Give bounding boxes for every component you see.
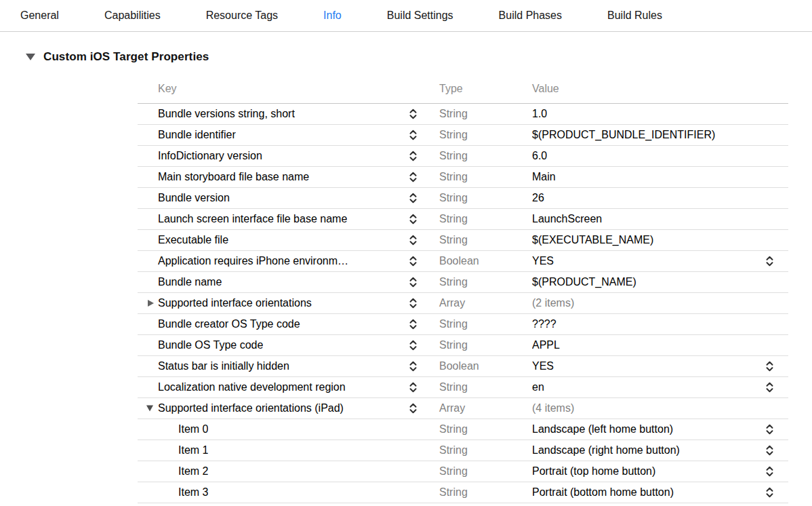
key-stepper-icon[interactable] [409, 109, 418, 120]
plist-row[interactable]: Application requires iPhone environm… Bo… [138, 251, 788, 272]
row-value[interactable]: Landscape (left home button) [532, 423, 673, 435]
plist-row[interactable]: Launch screen interface file base name S… [138, 209, 788, 230]
row-type[interactable]: String [439, 318, 468, 330]
key-stepper-icon[interactable] [409, 361, 418, 372]
key-stepper-icon[interactable] [409, 256, 418, 267]
row-value[interactable]: 26 [532, 192, 544, 204]
tab-general[interactable]: General [20, 9, 59, 22]
row-key[interactable]: Bundle creator OS Type code [158, 318, 300, 330]
plist-row[interactable]: Bundle identifier String $(PRODUCT_BUNDL… [138, 125, 788, 146]
row-type[interactable]: String [439, 381, 468, 393]
row-key[interactable]: Supported interface orientations (iPad) [158, 402, 344, 414]
plist-row[interactable]: Supported interface orientations Array (… [138, 293, 788, 314]
key-stepper-icon[interactable] [409, 193, 418, 204]
row-value[interactable]: Landscape (right home button) [532, 444, 680, 456]
value-stepper-icon[interactable] [765, 361, 774, 372]
plist-row[interactable]: Item 3 String Portrait (bottom home butt… [138, 482, 788, 503]
row-type[interactable]: String [439, 150, 468, 162]
key-stepper-icon[interactable] [409, 382, 418, 393]
row-value[interactable]: en [532, 381, 544, 393]
row-type[interactable]: String [439, 192, 468, 204]
row-type[interactable]: String [439, 129, 468, 141]
row-type[interactable]: String [439, 444, 468, 456]
tab-capabilities[interactable]: Capabilities [104, 9, 161, 22]
row-disclosure-triangle-icon[interactable] [148, 300, 154, 307]
key-stepper-icon[interactable] [409, 235, 418, 246]
row-key[interactable]: Item 1 [178, 444, 208, 456]
row-type[interactable]: String [439, 171, 468, 183]
row-value[interactable]: Portrait (bottom home button) [532, 486, 674, 499]
row-type[interactable]: String [439, 276, 468, 288]
row-key[interactable]: Main storyboard file base name [158, 171, 309, 183]
plist-row[interactable]: Status bar is initially hidden Boolean Y… [138, 356, 788, 377]
value-stepper-icon[interactable] [765, 256, 774, 267]
key-stepper-icon[interactable] [409, 340, 418, 351]
row-value[interactable]: APPL [532, 339, 560, 351]
value-stepper-icon[interactable] [765, 487, 774, 499]
row-key[interactable]: Localization native development region [158, 381, 346, 393]
row-disclosure-triangle-icon[interactable] [146, 406, 153, 412]
key-stepper-icon[interactable] [409, 130, 418, 141]
plist-row[interactable]: Main storyboard file base name String Ma… [138, 167, 788, 188]
plist-row[interactable]: Item 2 String Portrait (top home button) [138, 461, 788, 482]
plist-row[interactable]: Bundle name String $(PRODUCT_NAME) [138, 272, 788, 293]
row-value[interactable]: ???? [532, 318, 556, 330]
row-key[interactable]: Bundle name [158, 276, 222, 288]
row-value[interactable]: YES [532, 255, 554, 267]
row-key[interactable]: Status bar is initially hidden [158, 360, 289, 372]
row-key[interactable]: InfoDictionary version [158, 150, 262, 162]
row-type[interactable]: String [439, 339, 468, 351]
row-value[interactable]: 6.0 [532, 150, 547, 162]
plist-row[interactable]: Localization native development region S… [138, 377, 788, 398]
row-type[interactable]: String [439, 108, 468, 120]
value-stepper-icon[interactable] [765, 424, 774, 435]
row-key[interactable]: Supported interface orientations [158, 297, 312, 309]
tab-info[interactable]: Info [323, 9, 342, 22]
row-value[interactable]: (4 items) [532, 402, 574, 414]
row-value[interactable]: Main [532, 171, 556, 183]
key-stepper-icon[interactable] [409, 319, 418, 330]
row-value[interactable]: Portrait (top home button) [532, 465, 655, 478]
row-type[interactable]: String [439, 423, 468, 435]
row-key[interactable]: Item 3 [178, 486, 208, 499]
key-stepper-icon[interactable] [409, 277, 418, 288]
row-key[interactable]: Executable file [158, 234, 228, 246]
key-stepper-icon[interactable] [409, 151, 418, 162]
plist-row[interactable]: Executable file String $(EXECUTABLE_NAME… [138, 230, 788, 251]
value-stepper-icon[interactable] [765, 445, 774, 456]
row-value[interactable]: 1.0 [532, 108, 547, 120]
row-key[interactable]: Application requires iPhone environm… [158, 255, 348, 267]
row-type[interactable]: String [439, 213, 468, 225]
row-type[interactable]: String [439, 234, 468, 246]
row-type[interactable]: String [439, 486, 468, 499]
plist-row[interactable]: Bundle creator OS Type code String ???? [138, 314, 788, 335]
row-value[interactable]: $(EXECUTABLE_NAME) [532, 234, 653, 246]
row-value[interactable]: LaunchScreen [532, 213, 602, 225]
section-disclosure-triangle-icon[interactable] [26, 54, 35, 60]
key-stepper-icon[interactable] [409, 298, 418, 309]
plist-row[interactable]: Item 1 String Landscape (right home butt… [138, 440, 788, 461]
tab-build-settings[interactable]: Build Settings [387, 9, 453, 22]
row-key[interactable]: Bundle OS Type code [158, 339, 263, 351]
value-stepper-icon[interactable] [765, 382, 774, 393]
row-key[interactable]: Item 0 [178, 423, 208, 435]
key-stepper-icon[interactable] [409, 172, 418, 183]
tab-build-phases[interactable]: Build Phases [499, 9, 562, 22]
row-key[interactable]: Bundle version [158, 192, 230, 204]
row-type[interactable]: Array [439, 402, 465, 414]
row-type[interactable]: Boolean [439, 360, 479, 372]
plist-row[interactable]: Supported interface orientations (iPad) … [138, 398, 788, 419]
row-type[interactable]: String [439, 465, 468, 478]
tab-build-rules[interactable]: Build Rules [607, 9, 662, 22]
row-key[interactable]: Bundle identifier [158, 129, 236, 141]
plist-row[interactable]: Item 0 String Landscape (left home butto… [138, 419, 788, 440]
row-value[interactable]: (2 items) [532, 297, 574, 309]
key-stepper-icon[interactable] [409, 403, 418, 414]
row-key[interactable]: Item 2 [178, 465, 208, 478]
plist-row[interactable]: Bundle versions string, short String 1.0 [138, 104, 788, 125]
plist-row[interactable]: Bundle version String 26 [138, 188, 788, 209]
plist-row[interactable]: InfoDictionary version String 6.0 [138, 146, 788, 167]
row-type[interactable]: Array [439, 297, 465, 309]
tab-resource-tags[interactable]: Resource Tags [206, 9, 278, 22]
row-type[interactable]: Boolean [439, 255, 479, 267]
